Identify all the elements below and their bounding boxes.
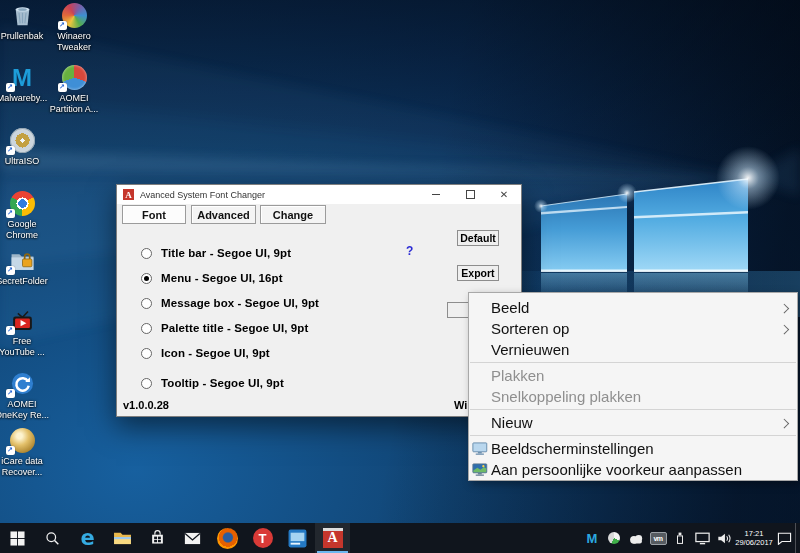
edge-icon: e xyxy=(80,528,94,549)
export-button[interactable]: Export xyxy=(457,265,499,281)
prullenbak-icon xyxy=(10,3,35,28)
default-button[interactable]: Default xyxy=(457,230,499,246)
menu-item-label: Vernieuwen xyxy=(491,341,569,358)
option-label: Palette title - Segoe UI, 9pt xyxy=(161,322,308,334)
start-button[interactable] xyxy=(0,523,35,553)
shortcut-arrow-icon: ↗ xyxy=(6,83,15,92)
menu-item-beeld[interactable]: Beeld xyxy=(469,297,797,318)
tab-advanced[interactable]: Advanced xyxy=(191,205,256,224)
show-desktop-button[interactable] xyxy=(795,523,800,553)
menu-item-aan-persoonlijke-voorkeur-aanpassen[interactable]: Aan persoonlijke voorkeur aanpassen xyxy=(469,459,797,480)
radio-button[interactable] xyxy=(141,348,152,359)
font-option-palette-title[interactable]: Palette title - Segoe UI, 9pt xyxy=(141,320,308,336)
window-titlebar[interactable]: A Avanced System Font Changer ✕ xyxy=(117,185,521,204)
desktop-icon-icare-data-recovery[interactable]: ↗iCare data Recover... xyxy=(0,428,57,478)
shortcut-arrow-icon: ↗ xyxy=(6,266,15,275)
taskbar: eTA Mvm 17:21 29/06/2017 xyxy=(0,523,800,553)
desktop: Prullenbak↗Winaero TweakerM↗Malwareby...… xyxy=(0,0,800,553)
system-tray: Mvm 17:21 29/06/2017 xyxy=(581,523,800,553)
edge[interactable]: e xyxy=(70,523,105,553)
usb-tray[interactable] xyxy=(669,523,691,553)
menu-item-label: Plakken xyxy=(491,367,544,384)
submenu-arrow-icon xyxy=(779,303,788,312)
vm-icon: vm xyxy=(650,532,667,545)
onedrive-tray[interactable] xyxy=(625,523,647,553)
mail[interactable] xyxy=(175,523,210,553)
desktop-icon-free-youtube[interactable]: ↗Free YouTube ... xyxy=(0,308,57,358)
shortcut-arrow-icon: ↗ xyxy=(6,389,15,398)
desktop-icon-label: AOMEI OneKey Re... xyxy=(0,399,57,421)
font-option-message-box[interactable]: Message box - Segoe UI, 9pt xyxy=(141,295,319,311)
tray-icons: Mvm xyxy=(581,523,735,553)
clock-time: 17:21 xyxy=(735,529,773,539)
action-center-button[interactable] xyxy=(773,523,795,553)
radio-button[interactable] xyxy=(141,248,152,259)
display-tray[interactable] xyxy=(691,523,713,553)
status-right-label: Wi xyxy=(454,399,467,411)
letter-t-icon: T xyxy=(253,528,273,548)
aomei-partition-icon: ↗ xyxy=(62,65,87,90)
file-explorer[interactable] xyxy=(105,523,140,553)
desktop-context-menu: BeeldSorteren opVernieuwenPlakkenSnelkop… xyxy=(468,292,798,481)
desktop-icon-label: iCare data Recover... xyxy=(0,456,57,478)
tab-change[interactable]: Change xyxy=(260,205,326,224)
menu-separator xyxy=(470,362,796,363)
menu-item-snelkoppeling-plakken: Snelkoppeling plakken xyxy=(469,386,797,407)
menu-separator xyxy=(470,409,796,410)
tab-font[interactable]: Font xyxy=(122,205,186,224)
option-label: Message box - Segoe UI, 9pt xyxy=(161,297,319,309)
antivirus-pie-tray[interactable] xyxy=(603,523,625,553)
menu-item-label: Beeld xyxy=(491,299,529,316)
font-option-icon[interactable]: Icon - Segoe UI, 9pt xyxy=(141,345,270,361)
blue-card-app[interactable] xyxy=(280,523,315,553)
menu-item-nieuw[interactable]: Nieuw xyxy=(469,412,797,433)
close-button[interactable]: ✕ xyxy=(487,185,521,204)
option-label: Title bar - Segoe UI, 9pt xyxy=(161,247,291,259)
desktop-icon-aomei-onekey[interactable]: ↗AOMEI OneKey Re... xyxy=(0,371,57,421)
desktop-icon-ultraiso[interactable]: ↗UltraISO xyxy=(0,128,57,167)
menu-item-vernieuwen[interactable]: Vernieuwen xyxy=(469,339,797,360)
letter-a-icon: A xyxy=(323,528,343,548)
radio-button[interactable] xyxy=(141,298,152,309)
maximize-button[interactable] xyxy=(453,185,487,204)
google-chrome-icon: ↗ xyxy=(10,191,35,216)
desktop-icon-secretfolder[interactable]: ↗SecretFolder xyxy=(0,248,57,287)
desktop-icon-label: UltraISO xyxy=(0,156,57,167)
font-option-tooltip[interactable]: Tooltip - Segoe UI, 9pt xyxy=(141,375,284,391)
version-label: v1.0.0.28 xyxy=(123,399,169,411)
clock-date: 29/06/2017 xyxy=(735,538,773,548)
firefox[interactable] xyxy=(210,523,245,553)
volume-tray[interactable] xyxy=(713,523,735,553)
desktop-icon-google-chrome[interactable]: ↗Google Chrome xyxy=(0,191,57,241)
desktop-icon-label: Google Chrome xyxy=(0,219,57,241)
display-settings-icon xyxy=(472,441,488,456)
desktop-icon-winaero-tweaker[interactable]: ↗Winaero Tweaker xyxy=(39,3,109,53)
malwarebytes-tray[interactable]: M xyxy=(581,523,603,553)
search-button[interactable] xyxy=(35,523,70,553)
icare-data-recovery-icon: ↗ xyxy=(10,428,35,453)
shortcut-arrow-icon: ↗ xyxy=(6,446,15,455)
store[interactable] xyxy=(140,523,175,553)
font-option-title-bar[interactable]: Title bar - Segoe UI, 9pt xyxy=(141,245,291,261)
font-changer-app[interactable]: A xyxy=(315,523,350,553)
radio-button[interactable] xyxy=(141,323,152,334)
shortcut-arrow-icon: ↗ xyxy=(6,326,15,335)
pie-icon xyxy=(608,532,620,544)
secretfolder-icon: ↗ xyxy=(10,248,35,273)
desktop-icon-label: AOMEI Partition A... xyxy=(39,93,109,115)
vmware-tray[interactable]: vm xyxy=(647,523,669,553)
help-link[interactable]: ? xyxy=(406,244,413,258)
font-option-menu[interactable]: Menu - Segoe UI, 16pt xyxy=(141,270,283,286)
menu-item-sorteren-op[interactable]: Sorteren op xyxy=(469,318,797,339)
red-t-app[interactable]: T xyxy=(245,523,280,553)
radio-button[interactable] xyxy=(141,378,152,389)
menu-item-beeldscherminstellingen[interactable]: Beeldscherminstellingen xyxy=(469,438,797,459)
desktop-icon-aomei-partition[interactable]: ↗AOMEI Partition A... xyxy=(39,65,109,115)
aomei-onekey-icon: ↗ xyxy=(10,371,35,396)
taskbar-clock[interactable]: 17:21 29/06/2017 xyxy=(735,529,773,548)
radio-button[interactable] xyxy=(141,273,152,284)
ultraiso-icon: ↗ xyxy=(10,128,35,153)
monitor-icon xyxy=(695,532,710,545)
personalize-icon xyxy=(472,462,488,477)
minimize-button[interactable] xyxy=(419,185,453,204)
